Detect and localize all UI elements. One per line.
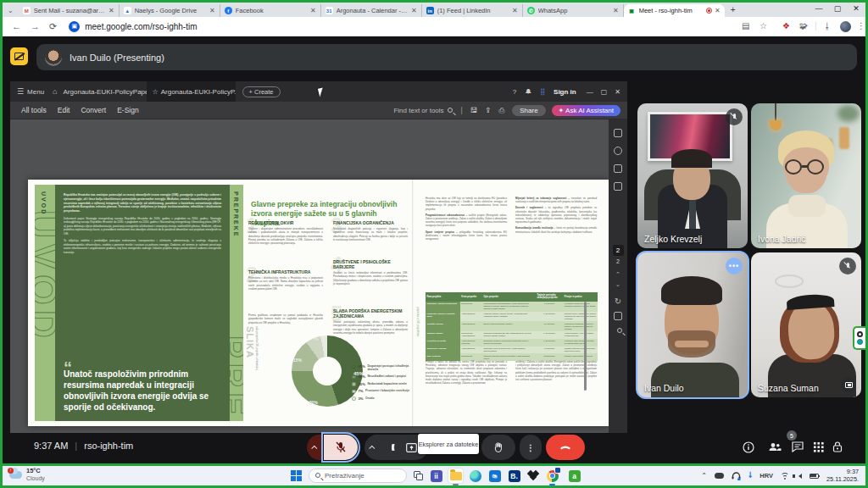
convert-button[interactable]: Convert bbox=[81, 106, 106, 114]
wifi-icon[interactable] bbox=[781, 473, 789, 480]
browser-tab-6[interactable]: ▣Meet - rso-ighh-tim✕ bbox=[624, 4, 725, 17]
hamburger-menu-icon[interactable]: ☰ bbox=[17, 87, 24, 96]
acrobat-close-icon[interactable]: ✕ bbox=[615, 88, 620, 96]
tab-close-icon[interactable]: ✕ bbox=[310, 7, 316, 14]
signin-button[interactable]: Sign in bbox=[554, 88, 576, 96]
extension-colored-icon[interactable]: ❖ bbox=[782, 21, 790, 30]
taskbar-green-a-app-icon[interactable]: a bbox=[567, 469, 581, 483]
create-button[interactable]: + Create bbox=[242, 86, 281, 97]
mic-mute-button[interactable] bbox=[324, 435, 358, 460]
activities-grid-icon[interactable] bbox=[813, 441, 824, 452]
participant-tile-zeljko-krevzelj[interactable]: Zeljko Krevzelj bbox=[637, 103, 748, 248]
taskbar-file-explorer-icon[interactable] bbox=[448, 469, 463, 483]
save-icon[interactable]: 🖫︎ bbox=[470, 106, 478, 114]
menu-dots-icon[interactable]: ⋮ bbox=[857, 21, 865, 30]
meeting-details-icon[interactable] bbox=[743, 441, 754, 453]
reload-icon[interactable]: ⟳ bbox=[49, 21, 57, 32]
tab-close-icon[interactable]: ✕ bbox=[613, 7, 619, 14]
tab-close-icon[interactable]: ✕ bbox=[411, 7, 417, 14]
weather-widget[interactable]: ! 15°C Cloudy bbox=[9, 468, 45, 482]
extension-side-widget[interactable] bbox=[853, 326, 865, 350]
tray-headset-icon[interactable] bbox=[732, 472, 741, 480]
cam-options-chevron[interactable] bbox=[364, 435, 381, 460]
start-button[interactable] bbox=[291, 470, 302, 481]
apps-grid-icon[interactable]: ⣿ bbox=[540, 88, 545, 96]
page-number-box[interactable]: 2 bbox=[613, 245, 624, 256]
profile-avatar[interactable] bbox=[840, 21, 851, 32]
participant-tile-ivan-duilo[interactable]: •••Ivan Duilo bbox=[637, 252, 748, 397]
tray-oval-icon[interactable] bbox=[715, 473, 724, 479]
acrobat-share-button[interactable]: Share bbox=[512, 105, 545, 116]
tab-search-chevron-icon[interactable]: ⌄ bbox=[8, 7, 14, 14]
taskbar-dropbox-icon[interactable] bbox=[526, 469, 540, 483]
task-view-icon[interactable] bbox=[414, 471, 423, 480]
pages-panel-icon[interactable] bbox=[614, 182, 622, 191]
bookmark-star-icon[interactable]: ☆ bbox=[760, 21, 767, 30]
all-tools-button[interactable]: All tools bbox=[21, 106, 47, 114]
bell-icon[interactable]: 🔔︎ bbox=[525, 88, 531, 96]
tab-close-icon[interactable]: ✕ bbox=[108, 7, 114, 14]
taskbar-store-icon[interactable]: 🛍︎ bbox=[487, 469, 502, 483]
page-view-icon[interactable] bbox=[614, 312, 622, 320]
browser-tab-4[interactable]: in(1) Feed | LinkedIn✕ bbox=[422, 4, 523, 17]
export-pdf-icon[interactable] bbox=[614, 129, 622, 137]
acrobat-document-area[interactable]: UVOD UVOD Republika Hrvatska ima značaja… bbox=[10, 119, 609, 433]
language-indicator[interactable]: HRV bbox=[760, 472, 773, 480]
chat-icon[interactable] bbox=[792, 441, 804, 452]
browser-tab-2[interactable]: fFacebook✕ bbox=[220, 4, 321, 17]
browser-tab-1[interactable]: ▲Naelys - Google Drive✕ bbox=[120, 4, 220, 17]
new-tab-button[interactable]: + bbox=[731, 5, 736, 14]
people-icon[interactable] bbox=[768, 441, 782, 452]
pip-icon[interactable] bbox=[841, 377, 856, 392]
acrobat-tab-active[interactable]: ☆ Argonauta-EUKI-PolicyP... ✕ bbox=[147, 81, 236, 102]
gear-icon[interactable] bbox=[857, 331, 863, 337]
speaker-icon[interactable] bbox=[798, 474, 802, 479]
tray-clock[interactable]: 9:37 25.11.2025. bbox=[826, 469, 859, 484]
extension-dot-icon[interactable] bbox=[857, 339, 863, 345]
taskbar-edge-icon[interactable] bbox=[468, 469, 482, 483]
tray-chevron-icon[interactable]: ⌃ bbox=[701, 472, 707, 480]
esign-button[interactable]: E-Sign bbox=[117, 106, 139, 114]
taskbar-chrome-icon[interactable] bbox=[545, 469, 559, 483]
close-button[interactable]: ✕ bbox=[847, 4, 865, 13]
browser-tab-5[interactable]: ✆WhatsApp✕ bbox=[523, 4, 624, 17]
maximize-button[interactable]: ▢ bbox=[828, 4, 847, 13]
taskbar-teams-icon[interactable]: ii bbox=[429, 469, 443, 483]
back-icon[interactable]: ← bbox=[12, 21, 21, 31]
tab-close-icon[interactable]: ✕ bbox=[512, 7, 518, 14]
acrobat-maximize-icon[interactable]: ▢ bbox=[601, 88, 608, 96]
download-icon[interactable]: ⭳ bbox=[823, 21, 832, 30]
mic-options-chevron[interactable] bbox=[307, 435, 323, 460]
host-controls-lock-icon[interactable] bbox=[832, 441, 843, 452]
zoom-icon[interactable] bbox=[614, 326, 622, 335]
more-options-button[interactable]: ⋮ bbox=[520, 435, 542, 460]
minimize-button[interactable]: — bbox=[810, 4, 828, 13]
find-field[interactable]: Find text or tools bbox=[393, 107, 452, 114]
document-scrollbar[interactable] bbox=[584, 302, 587, 391]
raise-hand-button[interactable] bbox=[481, 435, 515, 460]
acrobat-menu-label[interactable]: Menu bbox=[27, 88, 44, 96]
ask-ai-button[interactable]: ✦ Ask AI Assistant bbox=[552, 105, 620, 116]
forward-icon[interactable]: → bbox=[31, 21, 40, 31]
tile-options-button[interactable]: ••• bbox=[726, 258, 743, 274]
browser-tab-3[interactable]: 31Argonauta - Calendar - Decem✕ bbox=[321, 4, 422, 17]
page-up-icon[interactable]: ⌃ bbox=[615, 271, 620, 278]
rotate-icon[interactable]: ↻ bbox=[615, 297, 621, 306]
acrobat-minimize-icon[interactable]: — bbox=[587, 88, 593, 96]
tab-close-icon[interactable]: ✕ bbox=[715, 7, 721, 14]
taskbar-booking-icon[interactable]: B. bbox=[507, 469, 521, 483]
help-icon[interactable]: ? bbox=[513, 88, 516, 96]
browser-tab-0[interactable]: MSent Mail - suzana@argonauta✕ bbox=[19, 4, 120, 17]
participant-tile-ivona-jadri-[interactable]: Ivona Jadrić bbox=[751, 103, 861, 248]
acrobat-tab-inactive[interactable]: Argonauta-EUKI-PolicyPaper-Pre... bbox=[58, 81, 147, 102]
bookmark-icon[interactable] bbox=[614, 164, 622, 173]
comment-icon[interactable] bbox=[614, 147, 622, 155]
cloud-upload-icon[interactable]: ⇪ bbox=[485, 106, 491, 114]
translate-icon[interactable]: ▤ bbox=[742, 21, 749, 30]
tab-close-icon[interactable]: ✕ bbox=[209, 7, 215, 14]
end-call-button[interactable] bbox=[546, 435, 585, 460]
page-down-icon[interactable]: ⌄ bbox=[615, 281, 620, 288]
participant-tile-suzana-suman[interactable]: Suzana Suman bbox=[751, 252, 861, 397]
extensions-puzzle-icon[interactable]: 🧩︎ bbox=[799, 21, 808, 30]
battery-icon[interactable] bbox=[810, 474, 819, 479]
